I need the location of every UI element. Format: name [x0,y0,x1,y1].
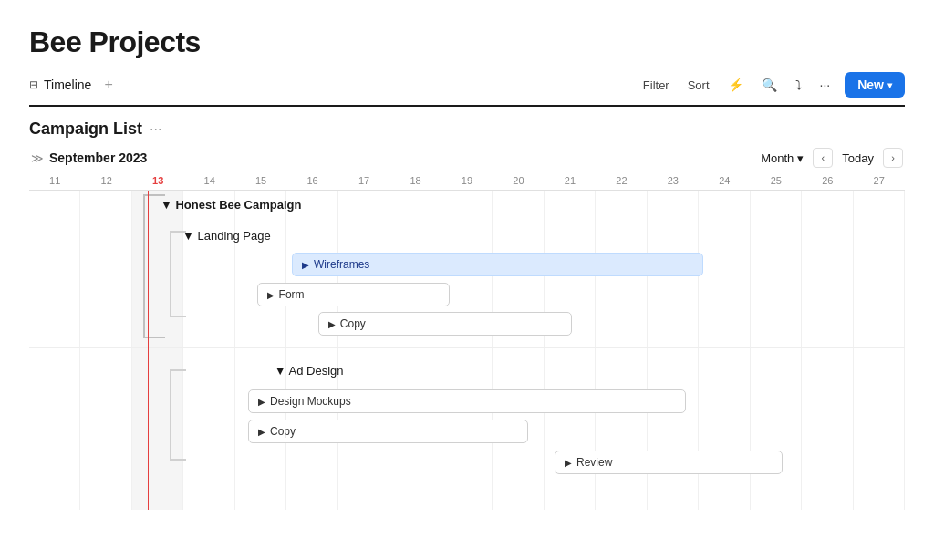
honest-bee-label: ▼ Honest Bee Campaign [161,198,301,212]
timeline-left: ≫ September 2023 [31,150,147,165]
collapse-icon: ▼ [161,198,175,212]
grid-col-17 [338,191,389,510]
grid-col-20 [493,191,544,510]
timeline-tab[interactable]: ⊟ Timeline [29,78,91,92]
design-mockups-bar[interactable]: ▶ Design Mockups [248,389,686,413]
date-col-20: 20 [493,173,544,188]
date-col-25: 25 [751,173,802,188]
date-ruler: 11 12 13 14 15 16 17 18 19 20 21 22 23 2… [29,171,905,191]
lp-copy-play-icon: ▶ [328,319,336,329]
page-title: Bee Projects [29,26,905,59]
section-title: Campaign List [29,119,142,139]
toolbar-right: Filter Sort ⚡ 🔍 ⤵ ··· New ▾ [639,72,905,98]
date-col-24: 24 [699,173,750,188]
grid-col-26 [802,191,853,510]
date-col-27: 27 [854,173,905,188]
gantt-body: ▼ Honest Bee Campaign ▼ Landing Page ▶ W… [29,191,905,510]
timeline-right: Month ▾ ‹ Today › [761,148,903,168]
group-bracket-bottom [143,337,165,338]
search-icon[interactable]: 🔍 [758,76,781,94]
section-more-button[interactable]: ··· [150,121,161,138]
add-tab-button[interactable]: + [104,77,112,93]
landing-page-label: ▼ Landing Page [182,229,271,243]
landing-page-row[interactable]: ▼ Landing Page [182,227,271,244]
review-bar[interactable]: ▶ Review [555,451,783,474]
date-col-12: 12 [80,173,131,188]
timeline-next-button[interactable]: › [883,148,903,168]
grid-col-13 [132,191,183,510]
section-header: Campaign List ··· [29,119,905,139]
toolbar: ⊟ Timeline + Filter Sort ⚡ 🔍 ⤵ ··· New ▾ [29,72,905,107]
sort-button[interactable]: Sort [684,77,713,94]
group-bracket-left [143,194,145,338]
design-play-icon: ▶ [258,397,265,407]
date-col-15: 15 [235,173,286,188]
timeline-prev-arrows[interactable]: ≫ [31,151,44,165]
grid-col-16 [286,191,337,510]
ad-design-label: ▼ Ad Design [275,364,344,378]
lp-copy-label: Copy [340,317,366,330]
review-play-icon: ▶ [565,458,572,468]
ad-copy-bar[interactable]: ▶ Copy [248,420,528,443]
date-col-17: 17 [338,173,389,188]
lp-bracket-v [170,231,171,317]
wireframes-play-icon: ▶ [302,260,309,270]
date-col-26: 26 [802,173,853,188]
new-button-label: New [857,78,884,92]
wireframes-bar[interactable]: ▶ Wireframes [292,253,703,276]
date-col-22: 22 [596,173,647,188]
timeline-current-date: September 2023 [49,150,147,165]
date-col-19: 19 [441,173,493,188]
more-options-icon[interactable]: ··· [816,76,835,94]
tab-label: Timeline [44,78,91,92]
ad-copy-label: Copy [270,425,296,438]
timeline-prev-button[interactable]: ‹ [813,148,833,168]
date-col-16: 16 [286,173,337,188]
timeline-controls: ≫ September 2023 Month ▾ ‹ Today › [29,148,905,168]
view-mode-chevron: ▾ [797,151,804,165]
wireframes-label: Wireframes [314,258,369,271]
lp-bracket-bottom [170,316,186,317]
review-label: Review [576,456,612,469]
today-button[interactable]: Today [842,151,874,165]
form-play-icon: ▶ [267,290,275,300]
ad-copy-play-icon: ▶ [258,427,265,437]
honest-bee-group-row[interactable]: ▼ Honest Bee Campaign [161,196,301,213]
ad-design-row[interactable]: ▼ Ad Design [275,362,344,379]
date-col-21: 21 [545,173,596,188]
lp-collapse-icon: ▼ [182,229,197,243]
design-mockups-label: Design Mockups [270,395,351,408]
lightning-icon[interactable]: ⚡ [724,76,747,94]
toolbar-left: ⊟ Timeline + [29,77,113,93]
new-button-chevron: ▾ [887,80,892,90]
date-col-23: 23 [648,173,699,188]
grid-col-19 [441,191,493,510]
today-line [148,191,150,510]
gantt-container: 11 12 13 14 15 16 17 18 19 20 21 22 23 2… [29,171,905,510]
filter-button[interactable]: Filter [639,77,673,94]
grid-col-27 [854,191,905,510]
ad-bracket-bottom [170,459,186,461]
date-col-18: 18 [389,173,441,188]
form-bar[interactable]: ▶ Form [257,283,450,306]
form-label: Form [279,288,305,301]
grid-col-11 [29,191,80,510]
tree-icon[interactable]: ⤵ [792,76,805,94]
date-col-11: 11 [29,173,80,188]
section-separator [29,347,905,348]
grid-col-18 [389,191,441,510]
ad-bracket-v [170,369,171,461]
new-button[interactable]: New ▾ [845,72,905,98]
month-selector[interactable]: Month ▾ [761,151,804,165]
date-col-14: 14 [183,173,234,188]
ad-bracket-top [170,369,186,371]
ad-collapse-icon: ▼ [275,364,289,378]
lp-copy-bar[interactable]: ▶ Copy [318,312,572,336]
view-mode-label: Month [761,151,794,165]
date-col-13: 13 [132,173,183,188]
grid-col-12 [80,191,131,510]
timeline-icon: ⊟ [29,78,38,91]
